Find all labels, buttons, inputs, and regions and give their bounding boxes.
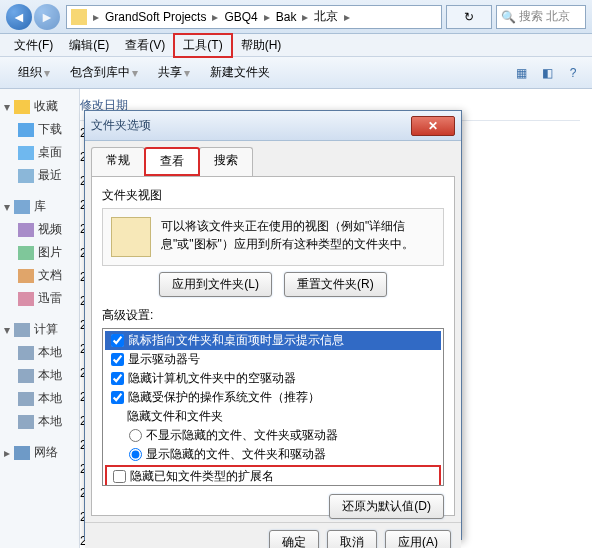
- checkbox[interactable]: [111, 353, 124, 366]
- adv-setting-item[interactable]: 显示隐藏的文件、文件夹和驱动器: [105, 445, 441, 464]
- menu-edit[interactable]: 编辑(E): [61, 35, 117, 56]
- path-seg[interactable]: GBQ4: [220, 10, 261, 24]
- adv-setting-label: 隐藏受保护的操作系统文件（推荐）: [128, 389, 320, 406]
- sidebar-videos[interactable]: 视频: [4, 218, 75, 241]
- checkbox[interactable]: [111, 372, 124, 385]
- adv-setting-label: 显示隐藏的文件、文件夹和驱动器: [146, 446, 326, 463]
- path-seg[interactable]: 北京: [310, 8, 342, 25]
- search-placeholder: 搜索 北京: [519, 8, 570, 25]
- menu-help[interactable]: 帮助(H): [233, 35, 290, 56]
- sidebar-network[interactable]: ▸网络: [4, 441, 75, 464]
- adv-setting-item[interactable]: 鼠标指向文件夹和桌面项时显示提示信息: [105, 331, 441, 350]
- view-icon[interactable]: ▦: [510, 62, 532, 84]
- folder-view-icon: [111, 217, 151, 257]
- path-seg[interactable]: GrandSoft Projects: [101, 10, 210, 24]
- checkbox[interactable]: [111, 391, 124, 404]
- menu-view[interactable]: 查看(V): [117, 35, 173, 56]
- adv-setting-item[interactable]: 隐藏文件和文件夹: [105, 407, 441, 426]
- menu-bar: 文件(F) 编辑(E) 查看(V) 工具(T) 帮助(H): [0, 34, 592, 57]
- dialog-titlebar[interactable]: 文件夹选项 ✕: [85, 111, 461, 141]
- close-button[interactable]: ✕: [411, 116, 455, 136]
- help-icon[interactable]: ?: [562, 62, 584, 84]
- checkbox[interactable]: [113, 470, 126, 483]
- ok-button[interactable]: 确定: [269, 530, 319, 548]
- toolbar: 组织▾ 包含到库中▾ 共享▾ 新建文件夹 ▦ ◧ ?: [0, 57, 592, 89]
- apply-button[interactable]: 应用(A): [385, 530, 451, 548]
- search-icon: 🔍: [501, 10, 516, 24]
- breadcrumb[interactable]: ▸ GrandSoft Projects▸ GBQ4▸ Bak▸ 北京▸: [66, 5, 442, 29]
- advanced-label: 高级设置:: [102, 307, 444, 324]
- tab-panel-view: 文件夹视图 可以将该文件夹正在使用的视图（例如"详细信息"或"图标"）应用到所有…: [91, 176, 455, 516]
- reset-folders-button[interactable]: 重置文件夹(R): [284, 272, 387, 297]
- dialog-title: 文件夹选项: [91, 117, 411, 134]
- adv-setting-item[interactable]: 隐藏计算机文件夹中的空驱动器: [105, 369, 441, 388]
- menu-file[interactable]: 文件(F): [6, 35, 61, 56]
- tab-view[interactable]: 查看: [144, 147, 200, 176]
- preview-icon[interactable]: ◧: [536, 62, 558, 84]
- sidebar-desktop[interactable]: 桌面: [4, 141, 75, 164]
- sidebar-favorites[interactable]: ▾收藏: [4, 95, 75, 118]
- sidebar-localdisk[interactable]: 本地: [4, 387, 75, 410]
- sidebar-downloads[interactable]: 下载: [4, 118, 75, 141]
- restore-defaults-button[interactable]: 还原为默认值(D): [329, 494, 444, 519]
- back-button[interactable]: ◄: [6, 4, 32, 30]
- sidebar: ▾收藏 下载 桌面 最近 ▾库 视频 图片 文档 迅雷 ▾计算 本地 本地 本地…: [0, 89, 80, 548]
- path-seg[interactable]: Bak: [272, 10, 301, 24]
- search-input[interactable]: 🔍 搜索 北京: [496, 5, 586, 29]
- adv-setting-item[interactable]: 不显示隐藏的文件、文件夹或驱动器: [105, 426, 441, 445]
- tab-search[interactable]: 搜索: [199, 147, 253, 176]
- sidebar-recent[interactable]: 最近: [4, 164, 75, 187]
- tool-newfolder[interactable]: 新建文件夹: [200, 62, 280, 83]
- adv-setting-label: 隐藏计算机文件夹中的空驱动器: [128, 370, 296, 387]
- adv-setting-label: 隐藏文件和文件夹: [127, 408, 223, 425]
- checkbox[interactable]: [111, 334, 124, 347]
- advanced-settings-list[interactable]: 鼠标指向文件夹和桌面项时显示提示信息显示驱动器号隐藏计算机文件夹中的空驱动器隐藏…: [102, 328, 444, 486]
- sidebar-computer[interactable]: ▾计算: [4, 318, 75, 341]
- tab-general[interactable]: 常规: [91, 147, 145, 176]
- adv-setting-label: 显示驱动器号: [128, 351, 200, 368]
- menu-tools[interactable]: 工具(T): [173, 33, 232, 58]
- forward-button[interactable]: ►: [34, 4, 60, 30]
- folder-view-text: 可以将该文件夹正在使用的视图（例如"详细信息"或"图标"）应用到所有这种类型的文…: [161, 217, 435, 253]
- tool-include[interactable]: 包含到库中▾: [60, 62, 148, 83]
- sidebar-documents[interactable]: 文档: [4, 264, 75, 287]
- tool-organize[interactable]: 组织▾: [8, 62, 60, 83]
- radio[interactable]: [129, 429, 142, 442]
- sidebar-localdisk[interactable]: 本地: [4, 364, 75, 387]
- adv-setting-label: 鼠标指向文件夹和桌面项时显示提示信息: [128, 332, 344, 349]
- adv-setting-item[interactable]: 显示驱动器号: [105, 350, 441, 369]
- dialog-tabs: 常规 查看 搜索: [85, 141, 461, 176]
- sidebar-pictures[interactable]: 图片: [4, 241, 75, 264]
- adv-setting-item[interactable]: 隐藏受保护的操作系统文件（推荐）: [105, 388, 441, 407]
- dialog-footer: 确定 取消 应用(A): [85, 522, 461, 548]
- folder-view-label: 文件夹视图: [102, 187, 444, 204]
- adv-setting-item[interactable]: 隐藏已知文件类型的扩展名: [105, 465, 441, 486]
- apply-to-folders-button[interactable]: 应用到文件夹(L): [159, 272, 272, 297]
- refresh-button[interactable]: ↻: [446, 5, 492, 29]
- sidebar-music[interactable]: 迅雷: [4, 287, 75, 310]
- radio[interactable]: [129, 448, 142, 461]
- sidebar-localdisk[interactable]: 本地: [4, 341, 75, 364]
- folder-icon: [71, 9, 87, 25]
- cancel-button[interactable]: 取消: [327, 530, 377, 548]
- folder-options-dialog: 文件夹选项 ✕ 常规 查看 搜索 文件夹视图 可以将该文件夹正在使用的视图（例如…: [84, 110, 462, 540]
- tool-share[interactable]: 共享▾: [148, 62, 200, 83]
- adv-setting-label: 不显示隐藏的文件、文件夹或驱动器: [146, 427, 338, 444]
- sidebar-localdisk[interactable]: 本地: [4, 410, 75, 433]
- adv-setting-label: 隐藏已知文件类型的扩展名: [130, 468, 274, 485]
- sidebar-libraries[interactable]: ▾库: [4, 195, 75, 218]
- folder-view-box: 可以将该文件夹正在使用的视图（例如"详细信息"或"图标"）应用到所有这种类型的文…: [102, 208, 444, 266]
- address-bar: ◄ ► ▸ GrandSoft Projects▸ GBQ4▸ Bak▸ 北京▸…: [0, 0, 592, 34]
